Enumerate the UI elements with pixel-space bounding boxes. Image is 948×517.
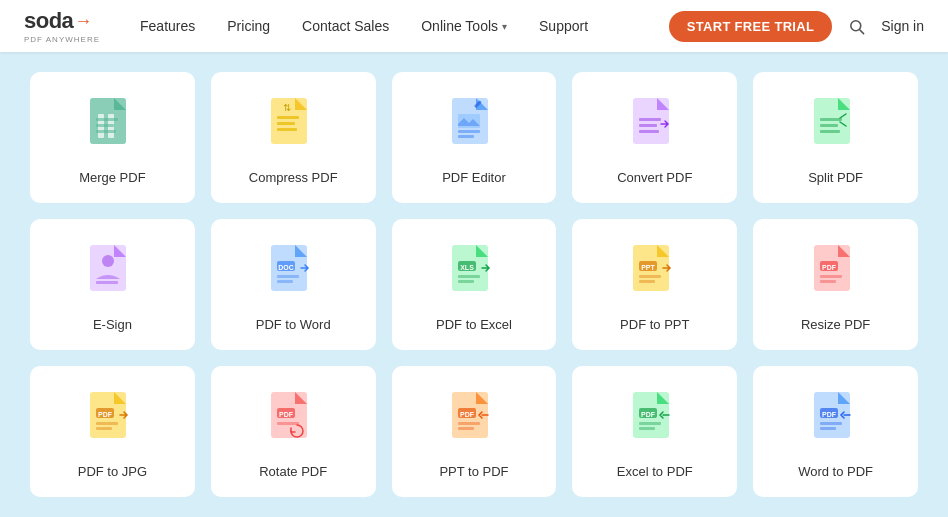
svg-text:XLS: XLS: [460, 264, 474, 271]
svg-line-1: [860, 29, 864, 33]
tool-card-pdf-editor[interactable]: PDF Editor: [392, 72, 557, 203]
tool-card-word-to-pdf[interactable]: PDF Word to PDF: [753, 366, 918, 497]
pdf-to-word-icon: DOC: [267, 243, 319, 305]
svg-rect-58: [277, 422, 299, 425]
tool-card-pdf-to-word[interactable]: DOC PDF to Word: [211, 219, 376, 350]
tool-card-pdf-to-excel[interactable]: XLS PDF to Excel: [392, 219, 557, 350]
tool-card-resize-pdf[interactable]: PDF Resize PDF: [753, 219, 918, 350]
convert-pdf-label: Convert PDF: [617, 170, 692, 185]
tool-card-convert-pdf[interactable]: Convert PDF: [572, 72, 737, 203]
logo-arrow-icon: →: [74, 11, 92, 32]
svg-rect-49: [820, 280, 836, 283]
logo[interactable]: soda → PDF ANYWHERE: [24, 8, 100, 44]
svg-rect-54: [96, 427, 112, 430]
nav-support[interactable]: Support: [539, 18, 588, 34]
tools-grid: Merge PDF ⇅ Compress PDF PDF Editor: [30, 72, 918, 497]
tool-card-split-pdf[interactable]: Split PDF: [753, 72, 918, 203]
rotate-pdf-label: Rotate PDF: [259, 464, 327, 479]
tool-card-pdf-to-ppt[interactable]: PPT PDF to PPT: [572, 219, 737, 350]
resize-pdf-label: Resize PDF: [801, 317, 870, 332]
svg-rect-43: [639, 275, 661, 278]
svg-text:⇅: ⇅: [283, 102, 291, 113]
tool-card-compress-pdf[interactable]: ⇅ Compress PDF: [211, 72, 376, 203]
nav-right: START FREE TRIAL Sign in: [669, 11, 924, 42]
svg-rect-63: [458, 427, 474, 430]
svg-rect-29: [96, 281, 118, 284]
svg-rect-73: [820, 427, 836, 430]
svg-point-28: [102, 255, 114, 267]
nav-contact-sales[interactable]: Contact Sales: [302, 18, 389, 34]
ppt-to-pdf-icon: PDF: [448, 390, 500, 452]
svg-rect-34: [277, 280, 293, 283]
search-button[interactable]: [848, 18, 865, 35]
convert-pdf-icon: [629, 96, 681, 158]
svg-rect-26: [820, 130, 840, 133]
nav-features[interactable]: Features: [140, 18, 195, 34]
tool-card-merge-pdf[interactable]: Merge PDF: [30, 72, 195, 203]
svg-rect-39: [458, 280, 474, 283]
pdf-to-excel-icon: XLS: [448, 243, 500, 305]
excel-to-pdf-label: Excel to PDF: [617, 464, 693, 479]
main-content: Merge PDF ⇅ Compress PDF PDF Editor: [0, 52, 948, 517]
nav-links: Features Pricing Contact Sales Online To…: [140, 18, 669, 34]
search-icon: [848, 18, 865, 35]
tool-card-excel-to-pdf[interactable]: PDF Excel to PDF: [572, 366, 737, 497]
pdf-to-jpg-label: PDF to JPG: [78, 464, 147, 479]
split-pdf-label: Split PDF: [808, 170, 863, 185]
svg-text:PDF: PDF: [641, 411, 656, 418]
pdf-to-excel-label: PDF to Excel: [436, 317, 512, 332]
svg-rect-72: [820, 422, 842, 425]
ppt-to-pdf-label: PPT to PDF: [439, 464, 508, 479]
start-trial-button[interactable]: START FREE TRIAL: [669, 11, 832, 42]
svg-rect-20: [639, 118, 661, 121]
merge-pdf-icon: [86, 96, 138, 158]
nav-pricing[interactable]: Pricing: [227, 18, 270, 34]
pdf-editor-label: PDF Editor: [442, 170, 506, 185]
svg-rect-33: [277, 275, 299, 278]
pdf-editor-icon: [448, 96, 500, 158]
e-sign-label: E-Sign: [93, 317, 132, 332]
tool-card-ppt-to-pdf[interactable]: PDF PPT to PDF: [392, 366, 557, 497]
logo-soda-text: soda: [24, 8, 73, 34]
svg-rect-22: [639, 130, 659, 133]
navbar: soda → PDF ANYWHERE Features Pricing Con…: [0, 0, 948, 52]
svg-rect-44: [639, 280, 655, 283]
excel-to-pdf-icon: PDF: [629, 390, 681, 452]
svg-text:PDF: PDF: [98, 411, 113, 418]
svg-text:DOC: DOC: [278, 264, 294, 271]
merge-pdf-label: Merge PDF: [79, 170, 145, 185]
svg-rect-12: [277, 128, 297, 131]
svg-rect-16: [458, 130, 480, 133]
svg-rect-11: [277, 122, 295, 125]
svg-rect-24: [820, 118, 842, 121]
svg-text:PDF: PDF: [279, 411, 294, 418]
svg-text:PPT: PPT: [641, 264, 655, 271]
compress-pdf-label: Compress PDF: [249, 170, 338, 185]
svg-text:PDF: PDF: [822, 411, 837, 418]
pdf-to-word-label: PDF to Word: [256, 317, 331, 332]
svg-rect-48: [820, 275, 842, 278]
tool-card-rotate-pdf[interactable]: PDF Rotate PDF: [211, 366, 376, 497]
svg-rect-38: [458, 275, 480, 278]
word-to-pdf-label: Word to PDF: [798, 464, 873, 479]
tool-card-pdf-to-jpg[interactable]: PDF PDF to JPG: [30, 366, 195, 497]
tool-card-e-sign[interactable]: E-Sign: [30, 219, 195, 350]
nav-online-tools[interactable]: Online Tools ▾: [421, 18, 507, 34]
logo-subtitle: PDF ANYWHERE: [24, 36, 100, 44]
svg-text:PDF: PDF: [460, 411, 475, 418]
svg-rect-62: [458, 422, 480, 425]
svg-rect-53: [96, 422, 118, 425]
svg-rect-8: [96, 130, 116, 133]
resize-pdf-icon: PDF: [810, 243, 862, 305]
svg-rect-67: [639, 422, 661, 425]
svg-rect-25: [820, 124, 838, 127]
pdf-to-ppt-label: PDF to PPT: [620, 317, 689, 332]
svg-rect-68: [639, 427, 655, 430]
svg-rect-21: [639, 124, 657, 127]
sign-in-link[interactable]: Sign in: [881, 18, 924, 34]
svg-rect-17: [458, 135, 474, 138]
svg-rect-6: [96, 118, 118, 121]
split-pdf-icon: [810, 96, 862, 158]
compress-pdf-icon: ⇅: [267, 96, 319, 158]
svg-rect-7: [96, 124, 114, 127]
